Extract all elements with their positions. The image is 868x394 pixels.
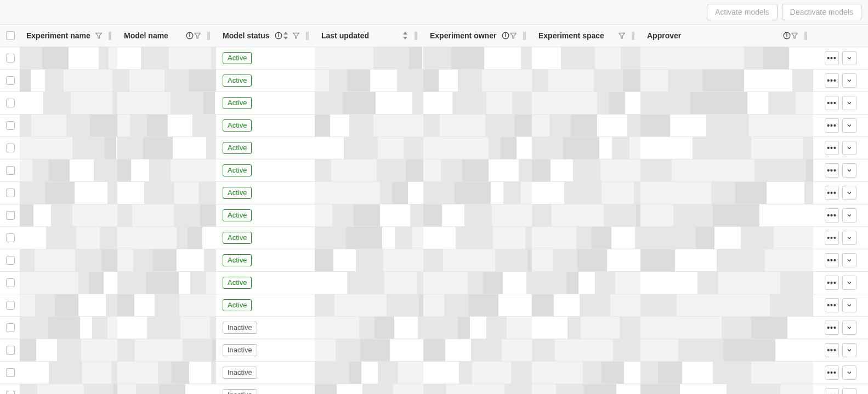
expand-row-button[interactable] — [842, 298, 856, 312]
chevron-down-icon — [846, 167, 853, 174]
filter-icon[interactable] — [791, 32, 798, 39]
resize-handle-icon[interactable]: || — [631, 31, 634, 41]
table-row: Inactive ••• — [0, 384, 868, 395]
col-experiment-space[interactable]: Experiment space || — [532, 25, 640, 47]
svg-point-3 — [190, 34, 190, 35]
more-actions-button[interactable]: ••• — [825, 388, 839, 394]
row-checkbox[interactable] — [6, 278, 15, 287]
row-checkbox[interactable] — [6, 189, 15, 197]
svg-marker-16 — [510, 33, 517, 38]
deactivate-models-button[interactable]: Deactivate models — [782, 4, 861, 20]
info-icon[interactable] — [186, 32, 194, 39]
row-checkbox[interactable] — [6, 391, 15, 394]
table-row: Active ••• — [0, 92, 868, 115]
filter-icon[interactable] — [194, 32, 201, 39]
col-experiment-owner[interactable]: Experiment owner || — [423, 25, 532, 47]
expand-row-button[interactable] — [842, 231, 856, 245]
resize-handle-icon[interactable]: || — [804, 31, 807, 41]
col-model-name[interactable]: Model name || — [117, 25, 216, 47]
expand-row-button[interactable] — [842, 388, 856, 394]
col-label: Approver — [647, 31, 781, 40]
activate-models-button[interactable]: Activate models — [707, 4, 778, 20]
info-icon[interactable] — [275, 32, 282, 39]
table-row: Active ••• — [0, 204, 868, 227]
table-row: Active ••• — [0, 294, 868, 317]
chevron-down-icon — [846, 145, 853, 151]
more-actions-button[interactable]: ••• — [825, 73, 839, 88]
resize-handle-icon[interactable]: || — [414, 31, 417, 41]
expand-row-button[interactable] — [842, 186, 856, 200]
sort-icon[interactable] — [282, 32, 289, 39]
row-checkbox[interactable] — [6, 166, 15, 175]
col-last-updated[interactable]: Last updated || — [315, 25, 423, 47]
expand-row-button[interactable] — [842, 276, 856, 290]
row-checkbox[interactable] — [6, 323, 15, 332]
resize-handle-icon[interactable]: || — [207, 31, 209, 41]
expand-row-button[interactable] — [842, 163, 856, 178]
row-checkbox[interactable] — [6, 368, 15, 377]
expand-row-button[interactable] — [842, 253, 856, 267]
more-actions-button[interactable]: ••• — [825, 321, 839, 335]
expand-row-button[interactable] — [842, 118, 856, 133]
table-row: Active ••• — [0, 227, 868, 249]
more-actions-button[interactable]: ••• — [825, 231, 839, 245]
expand-row-button[interactable] — [842, 141, 856, 155]
more-actions-button[interactable]: ••• — [825, 96, 839, 110]
svg-marker-8 — [283, 32, 288, 35]
col-model-status[interactable]: Model status || — [216, 25, 315, 47]
status-badge: Active — [223, 142, 252, 154]
more-actions-button[interactable]: ••• — [825, 51, 839, 65]
more-actions-button[interactable]: ••• — [825, 141, 839, 155]
chevron-down-icon — [846, 100, 853, 106]
row-checkbox[interactable] — [6, 233, 15, 242]
svg-marker-9 — [283, 37, 288, 39]
table-row: Active ••• — [0, 249, 868, 272]
more-actions-button[interactable]: ••• — [825, 186, 839, 200]
more-actions-button[interactable]: ••• — [825, 298, 839, 312]
svg-point-20 — [787, 34, 787, 35]
col-approver[interactable]: Approver || — [640, 25, 813, 47]
row-checkbox[interactable] — [6, 211, 15, 220]
info-icon[interactable] — [783, 32, 791, 39]
more-actions-button[interactable]: ••• — [825, 343, 839, 357]
expand-row-button[interactable] — [842, 208, 856, 222]
svg-marker-21 — [792, 33, 798, 38]
expand-row-button[interactable] — [842, 366, 856, 380]
filter-icon[interactable] — [509, 32, 517, 39]
status-badge: Inactive — [223, 389, 257, 394]
expand-row-button[interactable] — [842, 321, 856, 335]
row-checkbox[interactable] — [6, 301, 15, 310]
row-checkbox[interactable] — [6, 121, 15, 130]
select-all-checkbox[interactable] — [6, 31, 15, 40]
resize-handle-icon[interactable]: || — [108, 31, 111, 41]
expand-row-button[interactable] — [842, 51, 856, 65]
more-actions-button[interactable]: ••• — [825, 163, 839, 178]
expand-row-button[interactable] — [842, 73, 856, 88]
more-actions-button[interactable]: ••• — [825, 118, 839, 133]
more-actions-button[interactable]: ••• — [825, 276, 839, 290]
row-checkbox[interactable] — [6, 144, 15, 152]
row-checkbox[interactable] — [6, 54, 15, 62]
expand-row-button[interactable] — [842, 343, 856, 357]
row-checkbox[interactable] — [6, 76, 15, 85]
filter-icon[interactable] — [95, 32, 103, 39]
chevron-down-icon — [846, 212, 853, 219]
sort-icon[interactable] — [402, 32, 409, 39]
more-actions-button[interactable]: ••• — [825, 208, 839, 222]
expand-row-button[interactable] — [842, 96, 856, 110]
status-badge: Active — [223, 277, 252, 289]
resize-handle-icon[interactable]: || — [523, 31, 525, 41]
more-actions-button[interactable]: ••• — [825, 366, 839, 380]
resize-handle-icon[interactable]: || — [305, 31, 308, 41]
row-checkbox[interactable] — [6, 346, 15, 355]
filter-icon[interactable] — [618, 32, 626, 39]
chevron-down-icon — [846, 190, 853, 196]
row-checkbox[interactable] — [6, 256, 15, 265]
chevron-down-icon — [846, 324, 853, 331]
more-actions-button[interactable]: ••• — [825, 253, 839, 267]
status-badge: Active — [223, 75, 252, 87]
col-experiment-name[interactable]: Experiment name || — [20, 25, 117, 47]
row-checkbox[interactable] — [6, 99, 15, 107]
info-icon[interactable] — [502, 32, 509, 39]
filter-icon[interactable] — [292, 32, 300, 39]
